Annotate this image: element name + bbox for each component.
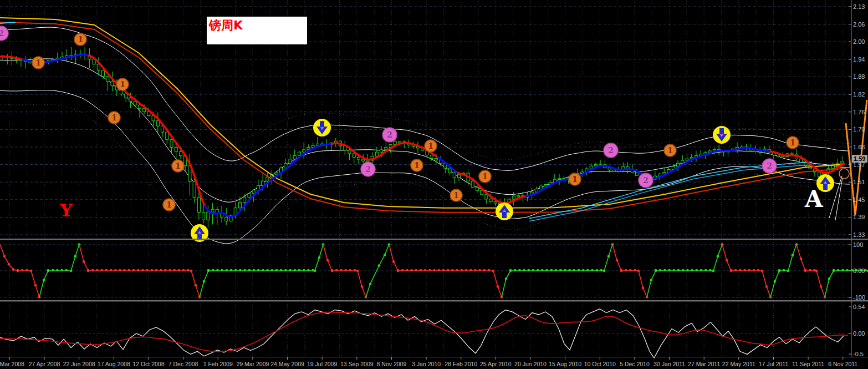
svg-text:2: 2: [643, 176, 649, 185]
svg-text:1: 1: [78, 35, 83, 44]
svg-text:1: 1: [572, 175, 578, 184]
chart-canvas[interactable]: 11111111111112222222.132.062.001.941.881…: [0, 0, 868, 369]
svg-text:1.63: 1.63: [853, 144, 865, 150]
svg-text:7 Dec 2008: 7 Dec 2008: [169, 361, 198, 367]
svg-text:24 May 2009: 24 May 2009: [270, 361, 304, 367]
svg-text:13 Sep 2009: 13 Sep 2009: [340, 361, 374, 367]
svg-text:1: 1: [428, 141, 433, 150]
svg-text:1.76: 1.76: [853, 109, 865, 115]
svg-text:22 Jun 2008: 22 Jun 2008: [63, 361, 95, 367]
svg-text:6 Nov 2011: 6 Nov 2011: [828, 361, 857, 367]
svg-text:28 Feb 2010: 28 Feb 2010: [445, 361, 477, 367]
svg-text:2: 2: [387, 130, 392, 139]
svg-text:20 Jun 2010: 20 Jun 2010: [514, 361, 547, 367]
svg-text:1: 1: [453, 191, 459, 200]
svg-text:-0.5: -0.5: [853, 351, 864, 357]
svg-text:100: 100: [853, 241, 863, 248]
svg-text:1.45: 1.45: [853, 196, 865, 203]
svg-text:1.70: 1.70: [853, 126, 865, 133]
svg-text:12 Oct 2008: 12 Oct 2008: [132, 361, 164, 367]
svg-text:1.82: 1.82: [853, 91, 865, 98]
svg-text:19 Jul 2009: 19 Jul 2009: [307, 361, 337, 367]
svg-text:0.00: 0.00: [853, 267, 865, 274]
svg-text:17 Aug 2008: 17 Aug 2008: [98, 361, 130, 367]
svg-text:27 Mar 2011: 27 Mar 2011: [688, 361, 720, 367]
svg-text:1: 1: [35, 58, 41, 67]
svg-text:1.39: 1.39: [853, 214, 865, 220]
svg-text:1: 1: [790, 138, 795, 147]
svg-text:2.13: 2.13: [853, 3, 865, 10]
svg-text:22 May 2011: 22 May 2011: [722, 361, 755, 367]
svg-text:15 Aug 2010: 15 Aug 2010: [549, 361, 581, 367]
svg-text:0.00: 0.00: [853, 330, 865, 337]
svg-text:10 Oct 2010: 10 Oct 2010: [584, 361, 616, 367]
svg-text:2: 2: [608, 146, 614, 155]
svg-text:1.94: 1.94: [853, 56, 865, 63]
svg-text:1: 1: [166, 200, 172, 209]
svg-text:1.88: 1.88: [853, 73, 865, 80]
svg-text:2.06: 2.06: [853, 21, 865, 28]
svg-text:25 Apr 2010: 25 Apr 2010: [480, 361, 512, 367]
svg-text:1: 1: [111, 113, 117, 122]
svg-text:2.00: 2.00: [853, 38, 865, 45]
svg-text:0.54: 0.54: [853, 304, 865, 310]
price-chart-svg[interactable]: 11111111111112222222.132.062.001.941.881…: [0, 0, 868, 369]
svg-text:1: 1: [120, 80, 125, 89]
svg-text:1.33: 1.33: [853, 231, 865, 238]
svg-text:1: 1: [175, 161, 181, 170]
current-price-tag: 1.59: [852, 155, 867, 163]
svg-text:-100: -100: [853, 294, 865, 301]
chart-window: 11111111111112222222.132.062.001.941.881…: [0, 0, 868, 369]
svg-text:1: 1: [482, 172, 488, 181]
svg-text:1.59: 1.59: [854, 155, 865, 162]
svg-text:1.51: 1.51: [853, 179, 865, 185]
svg-text:2: 2: [365, 165, 371, 174]
svg-text:2 Mar 2008: 2 Mar 2008: [0, 361, 24, 367]
svg-text:1: 1: [667, 146, 673, 155]
svg-text:1 Feb 2009: 1 Feb 2009: [203, 361, 233, 367]
svg-text:29 Mar 2009: 29 Mar 2009: [236, 361, 269, 367]
svg-text:2: 2: [767, 161, 772, 170]
svg-text:30 Jan 2011: 30 Jan 2011: [653, 361, 685, 367]
svg-text:27 Apr 2008: 27 Apr 2008: [29, 361, 60, 367]
svg-text:5 Dec 2010: 5 Dec 2010: [620, 361, 650, 367]
svg-text:8 Nov 2009: 8 Nov 2009: [377, 361, 407, 367]
svg-text:11 Sep 2011: 11 Sep 2011: [792, 361, 824, 367]
svg-text:1: 1: [414, 161, 420, 170]
svg-text:3 Jan 2010: 3 Jan 2010: [412, 361, 441, 367]
svg-text:2: 2: [0, 29, 4, 38]
svg-text:17 Jul 2011: 17 Jul 2011: [759, 361, 789, 367]
